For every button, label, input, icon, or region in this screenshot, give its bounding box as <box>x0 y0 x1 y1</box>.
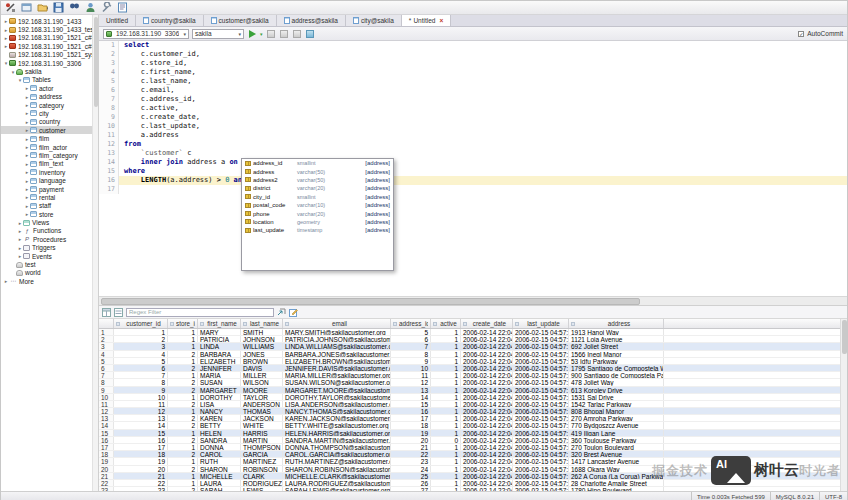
format-button[interactable] <box>305 29 315 39</box>
cell-email[interactable]: MICHELLE.CLARK@sakilacustomer.org <box>283 473 391 479</box>
tree-item-test[interactable]: test <box>1 260 98 268</box>
tree-item-film[interactable]: ▸film <box>1 134 98 142</box>
cell-customer_id[interactable]: 15 <box>114 430 168 436</box>
cell-email[interactable]: SARAH.LEWIS@sakilacustomer.org <box>283 487 391 491</box>
cell-create_date[interactable]: 2006-02-14 22:04:36 <box>461 466 513 472</box>
cell-address_id[interactable]: 20 <box>391 437 431 443</box>
table-row[interactable]: 22221LAURARODRIGUEZLAURA.RODRIGUEZ@sakil… <box>99 480 847 487</box>
tree-item-language[interactable]: ▸language <box>1 176 98 184</box>
cell-create_date[interactable]: 2006-02-14 22:04:36 <box>461 451 513 457</box>
cell-active[interactable]: 1 <box>431 358 461 364</box>
tree-item-views[interactable]: ▸Views <box>1 218 98 226</box>
table-row[interactable]: 18182CAROLGARCIACAROL.GARCIA@sakilacusto… <box>99 451 847 458</box>
new-query-icon[interactable] <box>116 2 128 14</box>
cell-last_update[interactable]: 2006-02-15 04:57:20 <box>513 451 569 457</box>
cell-active[interactable]: 1 <box>431 372 461 378</box>
cell-active[interactable]: 1 <box>431 458 461 464</box>
cell-create_date[interactable]: 2006-02-14 22:04:36 <box>461 408 513 414</box>
cell-address_id[interactable]: 18 <box>391 422 431 428</box>
cell-first_name[interactable]: BETTY <box>198 422 241 428</box>
cell-first_name[interactable]: BARBARA <box>198 351 241 357</box>
cell-active[interactable]: 1 <box>431 329 461 335</box>
cell-first_name[interactable]: MARIA <box>198 372 241 378</box>
cell-store_id[interactable]: 2 <box>168 415 198 421</box>
cell-first_name[interactable]: SARAH <box>198 487 241 491</box>
tree-item-triggers[interactable]: ▸Triggers <box>1 244 98 252</box>
cell-first_name[interactable]: CAROL <box>198 451 241 457</box>
autocomplete-item-phone[interactable]: phonevarchar(20)[address] <box>242 209 393 217</box>
cell-active[interactable]: 1 <box>431 394 461 400</box>
cell-create_date[interactable]: 2006-02-14 22:04:36 <box>461 343 513 349</box>
cell-create_date[interactable]: 2006-02-14 22:04:36 <box>461 415 513 421</box>
cell-last_update[interactable]: 2006-02-15 04:57:20 <box>513 343 569 349</box>
tree-item-actor[interactable]: ▸actor <box>1 84 98 92</box>
table-row[interactable]: 10101DOROTHYTAYLORDOROTHY.TAYLOR@sakilac… <box>99 394 847 401</box>
cell-last_update[interactable]: 2006-02-15 04:57:20 <box>513 422 569 428</box>
cell-create_date[interactable]: 2006-02-14 22:04:36 <box>461 351 513 357</box>
cell-customer_id[interactable]: 7 <box>114 372 168 378</box>
table-row[interactable]: 551ELIZABETHBROWNELIZABETH.BROWN@sakilac… <box>99 358 847 365</box>
cell-first_name[interactable]: MARGARET <box>198 387 241 393</box>
cell-address[interactable]: 1780 Hino Boulevard <box>569 487 664 491</box>
cell-address_id[interactable]: 17 <box>391 415 431 421</box>
cell-last_name[interactable]: JOHNSON <box>241 336 283 342</box>
cell-last_name[interactable]: JONES <box>241 351 283 357</box>
tree-item-store[interactable]: ▸store <box>1 210 98 218</box>
cell-last_update[interactable]: 2006-02-15 04:57:20 <box>513 415 569 421</box>
cell-last_update[interactable]: 2006-02-15 04:57:20 <box>513 430 569 436</box>
cell-last_update[interactable]: 2006-02-15 04:57:20 <box>513 365 569 371</box>
cell-first_name[interactable]: LAURA <box>198 480 241 486</box>
cell-email[interactable]: MARY.SMITH@sakilacustomer.org <box>283 329 391 335</box>
cell-last_name[interactable]: JACKSON <box>241 415 283 421</box>
cell-store_id[interactable]: 2 <box>168 437 198 443</box>
cell-last_name[interactable]: GARCIA <box>241 451 283 457</box>
tree-item-events[interactable]: ▸Events <box>1 252 98 260</box>
cell-store_id[interactable]: 2 <box>168 487 198 491</box>
header-email[interactable]: email <box>283 319 391 328</box>
cell-last_name[interactable]: THOMPSON <box>241 444 283 450</box>
cell-address_id[interactable]: 6 <box>391 336 431 342</box>
cell-address[interactable]: 1121 Loja Avenue <box>569 336 664 342</box>
cell-store_id[interactable]: 2 <box>168 401 198 407</box>
cell-create_date[interactable]: 2006-02-14 22:04:36 <box>461 444 513 450</box>
tree-item-film-actor[interactable]: ▸film_actor <box>1 143 98 151</box>
tree-item-customer[interactable]: ▸customer <box>1 126 98 134</box>
table-row[interactable]: 11112LISAANDERSONLISA.ANDERSON@sakilacus… <box>99 401 847 408</box>
cell-customer_id[interactable]: 1 <box>114 329 168 335</box>
cell-address_id[interactable]: 21 <box>391 444 431 450</box>
autocommit-checkbox[interactable]: ✓ <box>798 31 804 37</box>
cell-address[interactable]: 613 Korolev Drive <box>569 387 664 393</box>
autocomplete-item-address_id[interactable]: address_idsmallint[address] <box>242 159 393 167</box>
table-row[interactable]: 23232SARAHLEWISSARAH.LEWIS@sakilacustome… <box>99 487 847 491</box>
autocomplete-item-address2[interactable]: address2varchar(50)[address] <box>242 176 393 184</box>
table-row[interactable]: 12121NANCYTHOMASNANCY.THOMAS@sakilacusto… <box>99 408 847 415</box>
cell-customer_id[interactable]: 18 <box>114 451 168 457</box>
cell-first_name[interactable]: LINDA <box>198 343 241 349</box>
cell-address[interactable]: 1417 Lancaster Avenue <box>569 458 664 464</box>
cell-active[interactable]: 1 <box>431 408 461 414</box>
autocomplete-item-city_id[interactable]: city_idsmallint[address] <box>242 193 393 201</box>
table-row[interactable]: 14142BETTYWHITEBETTY.WHITE@sakilacustome… <box>99 422 847 429</box>
cell-address_id[interactable]: 9 <box>391 358 431 364</box>
cell-store_id[interactable]: 1 <box>168 343 198 349</box>
cell-active[interactable]: 1 <box>431 365 461 371</box>
cell-active[interactable]: 1 <box>431 480 461 486</box>
cell-active[interactable]: 1 <box>431 430 461 436</box>
cell-customer_id[interactable]: 11 <box>114 401 168 407</box>
tree-item-192-168-31-190-3306[interactable]: ▾192.168.31.190_3306 <box>1 59 98 67</box>
tree-item-192-168-31-190-1433[interactable]: ▸192.168.31.190_1433 <box>1 17 98 25</box>
cell-address[interactable]: 1542 Tarlac Parkway <box>569 401 664 407</box>
form-view-icon[interactable] <box>114 308 123 317</box>
cell-address_id[interactable]: 5 <box>391 329 431 335</box>
table-row[interactable]: 111MARYSMITHMARY.SMITH@sakilacustomer.or… <box>99 329 847 336</box>
cell-customer_id[interactable]: 6 <box>114 365 168 371</box>
cell-last_update[interactable]: 2006-02-15 04:57:20 <box>513 379 569 385</box>
tree-item-192-168-31-190-1521-c-test1[interactable]: ▸192.168.31.190_1521_c##test1 <box>1 34 98 42</box>
cell-last_update[interactable]: 2006-02-15 04:57:20 <box>513 336 569 342</box>
header-address[interactable]: address <box>569 319 664 328</box>
cell-customer_id[interactable]: 16 <box>114 437 168 443</box>
cell-address[interactable]: 360 Toulouse Parkway <box>569 437 664 443</box>
cell-email[interactable]: CAROL.GARCIA@sakilacustomer.org <box>283 451 391 457</box>
cell-customer_id[interactable]: 17 <box>114 444 168 450</box>
cell-address_id[interactable]: 23 <box>391 458 431 464</box>
